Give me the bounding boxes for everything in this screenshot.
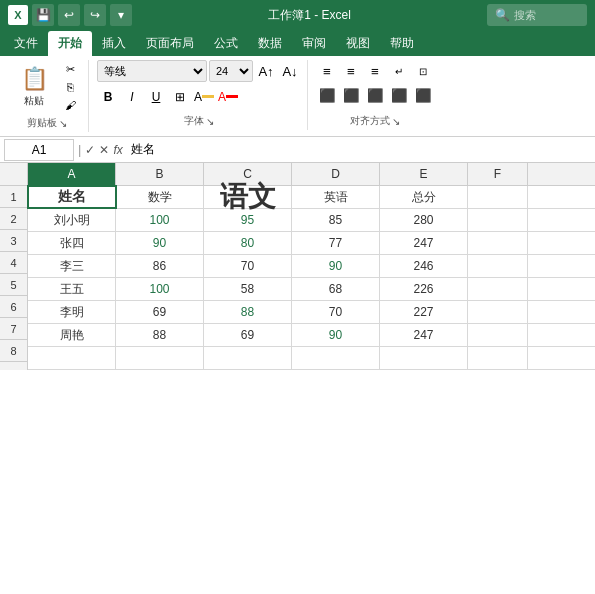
- quick-access-more-button[interactable]: ▾: [110, 4, 132, 26]
- row-num-6[interactable]: 6: [0, 296, 27, 318]
- cell-c8[interactable]: [204, 347, 292, 369]
- decrease-font-button[interactable]: A↓: [279, 60, 301, 82]
- cell-e1[interactable]: 总分: [380, 186, 468, 208]
- cell-d8[interactable]: [292, 347, 380, 369]
- tab-formulas[interactable]: 公式: [204, 31, 248, 56]
- row-num-7[interactable]: 7: [0, 318, 27, 340]
- cell-e7[interactable]: 247: [380, 324, 468, 346]
- decrease-indent-button[interactable]: ⬛: [388, 84, 410, 106]
- cell-d1[interactable]: 英语: [292, 186, 380, 208]
- font-expand-icon[interactable]: ↘: [206, 116, 214, 127]
- tab-home[interactable]: 开始: [48, 31, 92, 56]
- cell-e5[interactable]: 226: [380, 278, 468, 300]
- cut-button[interactable]: ✂: [58, 61, 82, 78]
- save-button[interactable]: 💾: [32, 4, 54, 26]
- col-header-e[interactable]: E: [380, 163, 468, 185]
- font-size-select[interactable]: 24: [209, 60, 253, 82]
- tab-data[interactable]: 数据: [248, 31, 292, 56]
- align-left-button[interactable]: ⬛: [316, 84, 338, 106]
- row-num-8[interactable]: 8: [0, 340, 27, 362]
- cell-d2[interactable]: 85: [292, 209, 380, 231]
- col-header-a[interactable]: A: [28, 163, 116, 185]
- cell-f5[interactable]: [468, 278, 528, 300]
- cell-c7[interactable]: 69: [204, 324, 292, 346]
- row-num-1[interactable]: 1: [0, 186, 27, 208]
- wrap-text-button[interactable]: ↵: [388, 60, 410, 82]
- search-box[interactable]: 🔍: [487, 4, 587, 26]
- italic-button[interactable]: I: [121, 86, 143, 108]
- formula-input[interactable]: [127, 139, 591, 161]
- paste-button[interactable]: 📋 粘贴: [12, 60, 56, 114]
- cell-c3[interactable]: 80: [204, 232, 292, 254]
- cell-reference-input[interactable]: [4, 139, 74, 161]
- row-num-4[interactable]: 4: [0, 252, 27, 274]
- border-button[interactable]: ⊞: [169, 86, 191, 108]
- cell-a5[interactable]: 王五: [28, 278, 116, 300]
- cell-a8[interactable]: [28, 347, 116, 369]
- col-header-b[interactable]: B: [116, 163, 204, 185]
- tab-file[interactable]: 文件: [4, 31, 48, 56]
- increase-font-button[interactable]: A↑: [255, 60, 277, 82]
- cell-e6[interactable]: 227: [380, 301, 468, 323]
- copy-button[interactable]: ⎘: [58, 79, 82, 96]
- fill-color-button[interactable]: A: [193, 86, 215, 108]
- tab-insert[interactable]: 插入: [92, 31, 136, 56]
- cell-b7[interactable]: 88: [116, 324, 204, 346]
- cell-f2[interactable]: [468, 209, 528, 231]
- search-input[interactable]: [514, 9, 584, 21]
- font-name-select[interactable]: 等线: [97, 60, 207, 82]
- cell-b8[interactable]: [116, 347, 204, 369]
- format-painter-button[interactable]: 🖌: [58, 97, 82, 114]
- cell-b5[interactable]: 100: [116, 278, 204, 300]
- tab-page-layout[interactable]: 页面布局: [136, 31, 204, 56]
- cell-b1[interactable]: 数学: [116, 186, 204, 208]
- cell-c1[interactable]: 语文: [204, 186, 292, 208]
- underline-button[interactable]: U: [145, 86, 167, 108]
- row-num-2[interactable]: 2: [0, 208, 27, 230]
- cell-a3[interactable]: 张四: [28, 232, 116, 254]
- cell-a6[interactable]: 李明: [28, 301, 116, 323]
- cell-b2[interactable]: 100: [116, 209, 204, 231]
- cell-f1[interactable]: [468, 186, 528, 208]
- cell-d6[interactable]: 70: [292, 301, 380, 323]
- align-top-right-button[interactable]: ≡: [364, 60, 386, 82]
- row-num-3[interactable]: 3: [0, 230, 27, 252]
- align-center-button[interactable]: ⬛: [340, 84, 362, 106]
- cell-b6[interactable]: 69: [116, 301, 204, 323]
- cell-c6[interactable]: 88: [204, 301, 292, 323]
- cell-f7[interactable]: [468, 324, 528, 346]
- alignment-expand-icon[interactable]: ↘: [392, 116, 400, 127]
- cell-e4[interactable]: 246: [380, 255, 468, 277]
- cell-a4[interactable]: 李三: [28, 255, 116, 277]
- align-top-center-button[interactable]: ≡: [340, 60, 362, 82]
- cell-d4[interactable]: 90: [292, 255, 380, 277]
- cancel-icon[interactable]: ✕: [99, 143, 109, 157]
- cell-d5[interactable]: 68: [292, 278, 380, 300]
- increase-indent-button[interactable]: ⬛: [412, 84, 434, 106]
- cell-b3[interactable]: 90: [116, 232, 204, 254]
- align-right-button[interactable]: ⬛: [364, 84, 386, 106]
- cell-a1[interactable]: 姓名: [28, 186, 116, 208]
- cell-c5[interactable]: 58: [204, 278, 292, 300]
- tab-view[interactable]: 视图: [336, 31, 380, 56]
- row-num-5[interactable]: 5: [0, 274, 27, 296]
- undo-button[interactable]: ↩: [58, 4, 80, 26]
- align-top-left-button[interactable]: ≡: [316, 60, 338, 82]
- cell-d3[interactable]: 77: [292, 232, 380, 254]
- cell-b4[interactable]: 86: [116, 255, 204, 277]
- cell-e2[interactable]: 280: [380, 209, 468, 231]
- font-color-button[interactable]: A: [217, 86, 239, 108]
- merge-button[interactable]: ⊡: [412, 60, 434, 82]
- cell-f8[interactable]: [468, 347, 528, 369]
- cell-a7[interactable]: 周艳: [28, 324, 116, 346]
- cell-a2[interactable]: 刘小明: [28, 209, 116, 231]
- cell-d7[interactable]: 90: [292, 324, 380, 346]
- bold-button[interactable]: B: [97, 86, 119, 108]
- cell-e3[interactable]: 247: [380, 232, 468, 254]
- tab-review[interactable]: 审阅: [292, 31, 336, 56]
- redo-button[interactable]: ↪: [84, 4, 106, 26]
- cell-f4[interactable]: [468, 255, 528, 277]
- clipboard-expand-icon[interactable]: ↘: [59, 118, 67, 129]
- cell-c4[interactable]: 70: [204, 255, 292, 277]
- tab-help[interactable]: 帮助: [380, 31, 424, 56]
